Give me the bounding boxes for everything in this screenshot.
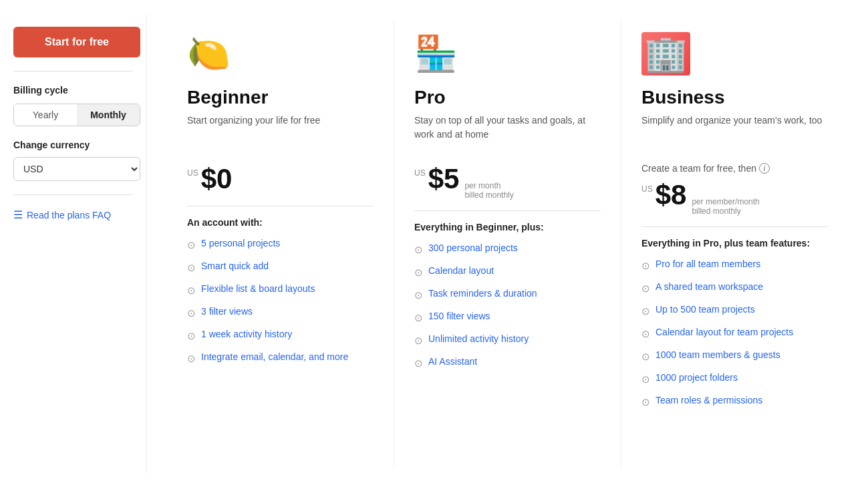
- start-for-free-button[interactable]: Start for free: [13, 27, 140, 57]
- plan-feature-item: ⊙Flexible list & board layouts: [187, 283, 374, 297]
- billing-cycle-toggle: Yearly Monthly: [13, 104, 140, 126]
- feature-text: 5 personal projects: [201, 237, 280, 251]
- plan-divider-business: [641, 226, 828, 227]
- plan-price-row-pro: US$5per monthbilled monthly: [414, 163, 601, 200]
- check-circle-icon: ⊙: [414, 265, 423, 279]
- plan-per-month-pro: per month: [464, 181, 513, 190]
- feature-text: Calendar layout for team projects: [656, 326, 793, 339]
- check-circle-icon: ⊙: [414, 242, 423, 257]
- plan-desc-beginner: Start organizing your life for free: [187, 114, 374, 147]
- check-circle-icon: ⊙: [414, 311, 423, 325]
- plan-features-heading-business: Everything in Pro, plus team features:: [641, 238, 828, 249]
- feature-text: AI Assistant: [428, 355, 477, 369]
- plan-billed-pro: billed monthly: [464, 190, 513, 200]
- feature-text: Smart quick add: [201, 260, 269, 273]
- faq-icon: ☰: [13, 208, 23, 221]
- plan-price-row-business: US$8per member/monthbilled monthly: [641, 179, 828, 216]
- check-circle-icon: ⊙: [641, 349, 650, 363]
- check-circle-icon: ⊙: [641, 304, 650, 318]
- plan-feature-item: ⊙Calendar layout for team projects: [641, 326, 828, 341]
- plan-feature-item: ⊙Pro for all team members: [641, 258, 828, 273]
- check-circle-icon: ⊙: [414, 356, 423, 370]
- plan-per-month-business: per member/month: [692, 197, 759, 206]
- plan-price-details-pro: per monthbilled monthly: [464, 181, 513, 200]
- check-circle-icon: ⊙: [414, 333, 423, 347]
- check-circle-icon: ⊙: [641, 327, 650, 341]
- plan-icon-pro: 🏪: [414, 27, 601, 80]
- plan-price-details-business: per member/monthbilled monthly: [692, 197, 759, 216]
- plan-desc-pro: Stay on top of all your tasks and goals,…: [414, 114, 601, 147]
- check-circle-icon: ⊙: [414, 288, 423, 302]
- check-circle-icon: ⊙: [641, 281, 650, 295]
- sidebar: Start for free Billing cycle Yearly Mont…: [0, 13, 147, 474]
- plan-icon-beginner: 🍋: [187, 27, 374, 80]
- plan-divider-beginner: [187, 206, 374, 206]
- plan-icon-business: 🏢: [641, 27, 828, 80]
- plan-feature-item: ⊙300 personal projects: [414, 242, 601, 257]
- plan-price-currency-beginner: US: [187, 168, 198, 178]
- check-circle-icon: ⊙: [187, 283, 196, 297]
- monthly-toggle-button[interactable]: Monthly: [77, 104, 140, 126]
- plan-feature-item: ⊙Task reminders & duration: [414, 287, 601, 302]
- currency-select[interactable]: USDEURGBPJPY: [13, 157, 140, 181]
- plan-name-business: Business: [641, 87, 828, 108]
- feature-text: Calendar layout: [428, 265, 494, 278]
- plan-features-heading-beginner: An account with:: [187, 217, 374, 228]
- plans-area: 🍋BeginnerStart organizing your life for …: [147, 13, 868, 474]
- check-circle-icon: ⊙: [187, 261, 196, 275]
- faq-link[interactable]: ☰ Read the plans FAQ: [13, 208, 133, 221]
- plan-divider-pro: [414, 210, 601, 211]
- feature-text: 1000 project folders: [656, 371, 738, 385]
- feature-text: Integrate email, calendar, and more: [201, 351, 348, 364]
- plan-name-pro: Pro: [414, 87, 601, 108]
- plan-col-beginner: 🍋BeginnerStart organizing your life for …: [167, 20, 394, 467]
- check-circle-icon: ⊙: [641, 259, 650, 273]
- plan-col-business: 🏢BusinessSimplify and organize your team…: [621, 20, 848, 467]
- plan-feature-item: ⊙150 filter views: [414, 310, 601, 325]
- feature-text: 1000 team members & guests: [656, 349, 780, 362]
- plan-feature-item: ⊙1000 team members & guests: [641, 349, 828, 363]
- plan-feature-item: ⊙3 filter views: [187, 305, 374, 320]
- plan-col-pro: 🏪ProStay on top of all your tasks and go…: [394, 20, 621, 467]
- plan-feature-item: ⊙1000 project folders: [641, 371, 828, 386]
- plan-price-amount-beginner: $0: [201, 163, 233, 195]
- plan-create-free-business: Create a team for free, then i: [641, 163, 828, 174]
- check-circle-icon: ⊙: [641, 372, 650, 386]
- feature-text: Team roles & permissions: [656, 394, 762, 408]
- feature-text: Up to 500 team projects: [656, 303, 755, 317]
- feature-text: Pro for all team members: [656, 258, 760, 271]
- feature-text: Flexible list & board layouts: [201, 283, 315, 296]
- plan-feature-item: ⊙Smart quick add: [187, 260, 374, 275]
- check-circle-icon: ⊙: [187, 238, 196, 252]
- billing-cycle-label: Billing cycle: [13, 85, 133, 96]
- create-free-text: Create a team for free, then: [641, 163, 756, 174]
- plan-feature-item: ⊙Up to 500 team projects: [641, 303, 828, 318]
- yearly-toggle-button[interactable]: Yearly: [14, 104, 77, 126]
- plan-feature-item: ⊙5 personal projects: [187, 237, 374, 252]
- feature-text: A shared team workspace: [656, 281, 763, 294]
- sidebar-divider-2: [13, 194, 133, 195]
- plan-features-heading-pro: Everything in Beginner, plus:: [414, 222, 601, 232]
- plan-name-beginner: Beginner: [187, 87, 374, 108]
- plan-feature-item: ⊙1 week activity history: [187, 328, 374, 343]
- plan-price-amount-pro: $5: [428, 163, 460, 195]
- check-circle-icon: ⊙: [187, 306, 196, 320]
- plan-desc-business: Simplify and organize your team's work, …: [641, 114, 828, 147]
- plan-price-currency-business: US: [641, 184, 653, 194]
- feature-text: Task reminders & duration: [428, 287, 537, 301]
- plan-price-currency-pro: US: [414, 168, 426, 178]
- plan-feature-item: ⊙Integrate email, calendar, and more: [187, 351, 374, 365]
- feature-text: 1 week activity history: [201, 328, 292, 341]
- plan-feature-item: ⊙Calendar layout: [414, 265, 601, 279]
- check-circle-icon: ⊙: [187, 351, 196, 365]
- feature-text: 3 filter views: [201, 305, 253, 319]
- currency-label: Change currency: [13, 140, 133, 150]
- feature-text: 300 personal projects: [428, 242, 518, 255]
- plan-feature-item: ⊙Unlimited activity history: [414, 333, 601, 347]
- feature-text: 150 filter views: [428, 310, 490, 323]
- plan-price-amount-business: $8: [656, 179, 687, 211]
- plan-feature-item: ⊙Team roles & permissions: [641, 394, 828, 409]
- plan-billed-business: billed monthly: [692, 206, 759, 216]
- plan-price-row-beginner: US$0: [187, 163, 374, 195]
- create-free-info-icon[interactable]: i: [759, 163, 770, 174]
